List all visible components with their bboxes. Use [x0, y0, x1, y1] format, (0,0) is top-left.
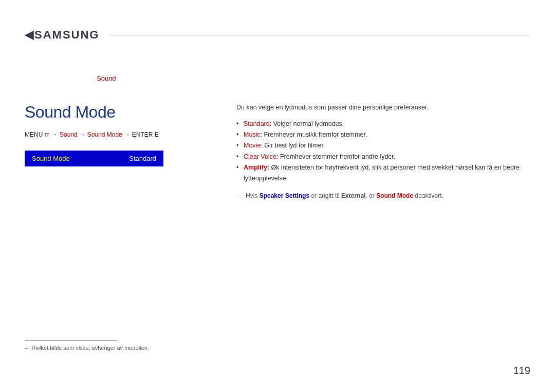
- breadcrumb-sound: Sound: [97, 74, 116, 82]
- footer-note: – Hvilket bilde som vises, avhenger av m…: [25, 345, 530, 351]
- note-speaker-settings-text: Speaker Settings: [260, 192, 309, 199]
- term-clear-voice: Clear Voice:: [244, 153, 278, 160]
- note-middle1: er angitt til: [309, 192, 341, 199]
- term-standard: Standard:: [244, 120, 271, 127]
- footer-divider: [25, 340, 117, 341]
- menu-sound: Sound: [60, 131, 78, 138]
- footer-dash: –: [25, 345, 28, 351]
- footer-note-text: Hvilket bilde som vises, avhenger av mod…: [31, 345, 149, 351]
- note-body: Hvis Speaker Settings er angitt til Exte…: [246, 192, 443, 199]
- bullet-list: Standard: Velger normal lydmodus. Music:…: [236, 119, 530, 184]
- sound-mode-box: Sound Mode Standard: [25, 151, 163, 166]
- menu-prefix: MENU m →: [25, 131, 58, 138]
- list-item: Amplify: Øk intensiteten for høyfrekvent…: [236, 162, 530, 184]
- menu-arrow2: →: [124, 132, 130, 138]
- note-middle2: , er: [365, 192, 376, 199]
- note-sound-mode: Sound Mode: [376, 192, 413, 199]
- menu-sound-mode: Sound Mode: [87, 131, 122, 138]
- list-item: Standard: Velger normal lydmodus.: [236, 119, 530, 129]
- note-container: ― Hvis Speaker Settings er angitt til Ex…: [236, 192, 530, 199]
- footer: – Hvilket bilde som vises, avhenger av m…: [25, 340, 530, 351]
- note-prefix: Hvis: [246, 192, 257, 199]
- text-music: Fremhever musikk fremfor stemmer.: [264, 131, 367, 138]
- text-amplify: Øk intensiteten for høyfrekvent lyd, sli…: [244, 164, 520, 182]
- text-movie: Gir best lyd for filmer.: [264, 142, 325, 149]
- list-item: Clear Voice: Fremhever stemmer fremfor a…: [236, 152, 530, 162]
- note-suffix: deaktivert.: [413, 192, 443, 199]
- header: ◀SAMSUNG: [25, 28, 530, 42]
- logo-area: ◀SAMSUNG: [25, 28, 99, 42]
- header-divider: [109, 35, 530, 35]
- intro-text: Du kan velge en lydmodus som passer dine…: [236, 103, 530, 113]
- list-item: Music: Fremhever musikk fremfor stemmer.: [236, 129, 530, 140]
- page-number: 119: [513, 365, 530, 377]
- sound-mode-box-value: Standard: [129, 155, 156, 162]
- list-item: Movie: Gir best lyd for filmer.: [236, 140, 530, 151]
- note-dash: ―: [236, 192, 243, 199]
- breadcrumb: Sound: [97, 73, 116, 83]
- term-amplify: Amplify:: [244, 164, 269, 171]
- sound-mode-box-label: Sound Mode: [32, 155, 70, 162]
- menu-suffix: ENTER E: [132, 131, 159, 138]
- logo: ◀SAMSUNG: [25, 28, 99, 42]
- text-standard: Velger normal lydmodus.: [273, 120, 344, 127]
- right-column: Du kan velge en lydmodus som passer dine…: [236, 103, 530, 199]
- term-music: Music:: [244, 131, 262, 138]
- term-movie: Movie:: [244, 142, 263, 149]
- text-clear-voice: Fremhever stemmer fremfor andre lyder.: [280, 153, 395, 160]
- note-external: External: [341, 192, 365, 199]
- menu-arrow1: →: [80, 132, 85, 138]
